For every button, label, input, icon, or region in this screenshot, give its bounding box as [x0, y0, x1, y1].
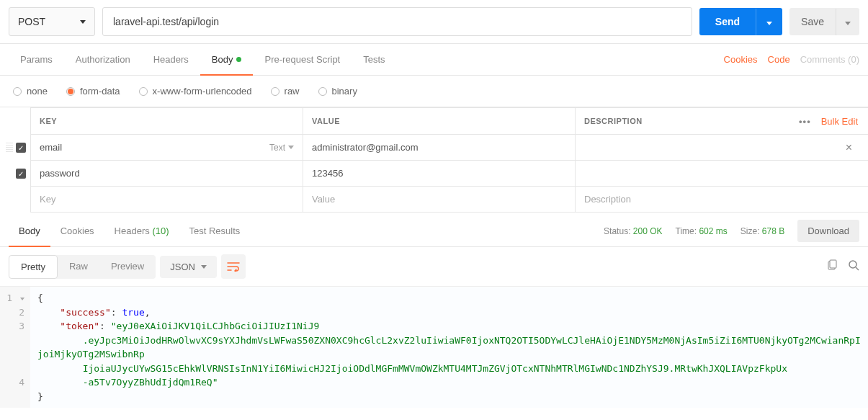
delete-row-button[interactable]: × [838, 141, 859, 154]
json-string: IjoiaUJycUYwSG15cEhkWlVRNSIsInN1YiI6Miwi… [83, 363, 787, 374]
body-type-selector: none form-data x-www-form-urlencoded raw… [0, 76, 868, 107]
fold-icon[interactable] [20, 298, 24, 300]
search-button[interactable] [848, 259, 859, 274]
kv-header-key: KEY [30, 107, 303, 135]
view-preview[interactable]: Preview [99, 255, 156, 279]
resp-tab-body[interactable]: Body [9, 216, 50, 247]
request-right-links: Cookies Code Comments (0) [724, 54, 859, 65]
copy-button[interactable] [826, 259, 838, 274]
copy-icon [826, 259, 838, 271]
view-raw[interactable]: Raw [58, 255, 99, 279]
radio-raw[interactable]: raw [271, 86, 300, 97]
resp-tab-headers[interactable]: Headers (10) [104, 215, 179, 246]
tab-params[interactable]: Params [9, 44, 64, 75]
svg-rect-1 [830, 260, 836, 268]
drag-handle-icon[interactable] [6, 143, 13, 153]
response-meta: Status: 200 OK Time: 602 ms Size: 678 B … [604, 220, 859, 242]
code-content[interactable]: { "success": true, "token": "eyJ0eXAiOiJ… [30, 287, 868, 408]
status-value: 200 OK [633, 226, 663, 236]
radio-binary[interactable]: binary [318, 86, 357, 97]
json-bool: true [122, 307, 144, 318]
view-pretty[interactable]: Pretty [9, 255, 58, 279]
chevron-down-icon [845, 22, 851, 25]
format-select[interactable]: JSON [160, 256, 217, 278]
radio-icon [318, 87, 327, 96]
resp-tab-headers-label: Headers [115, 225, 150, 236]
url-input[interactable] [102, 7, 692, 36]
radio-icon [271, 87, 279, 96]
resp-tab-test-results[interactable]: Test Results [179, 215, 251, 246]
resp-tab-cookies[interactable]: Cookies [50, 215, 104, 246]
size-value: 678 B [762, 226, 784, 236]
radio-icon [139, 87, 148, 96]
send-button-group: Send [699, 8, 782, 35]
tab-body-label: Body [212, 54, 233, 65]
response-tabs: Body Cookies Headers (10) Test Results S… [0, 215, 868, 247]
cookies-link[interactable]: Cookies [724, 54, 758, 65]
download-button[interactable]: Download [797, 220, 859, 242]
radio-icon [13, 87, 22, 96]
response-view-toolbar: Pretty Raw Preview JSON [0, 247, 868, 286]
kv-header-row: KEY VALUE DESCRIPTION ••• Bulk Edit [0, 107, 868, 135]
send-button[interactable]: Send [699, 8, 756, 35]
chevron-down-icon [80, 20, 86, 24]
table-row: ✓ password 123456 [0, 161, 868, 187]
chevron-down-icon [288, 146, 294, 149]
value-cell[interactable]: administrator@gmail.com [303, 135, 575, 161]
comments-link[interactable]: Comments (0) [800, 54, 859, 65]
key-text: email [40, 142, 62, 153]
size-label: Size: [741, 226, 760, 236]
json-string: -a5Tv7OyyZBhUdIjdQm1ReQ" [83, 377, 218, 388]
desc-cell[interactable]: × [575, 135, 868, 161]
type-label: Text [269, 143, 285, 153]
desc-cell[interactable]: Description [575, 187, 868, 213]
search-icon [848, 259, 859, 271]
radio-label: form-data [80, 86, 120, 97]
response-body: 1 2 3 4 { "success": true, "token": "eyJ… [0, 286, 868, 408]
value-cell[interactable]: Value [303, 187, 575, 213]
tab-tests[interactable]: Tests [352, 44, 396, 75]
value-cell[interactable]: 123456 [303, 161, 575, 187]
format-label: JSON [170, 262, 195, 272]
radio-form-data[interactable]: form-data [66, 86, 120, 97]
form-data-table: KEY VALUE DESCRIPTION ••• Bulk Edit ✓ em… [0, 107, 868, 213]
radio-label: binary [332, 86, 357, 97]
time-block: Time: 602 ms [676, 226, 728, 236]
radio-xwww[interactable]: x-www-form-urlencoded [139, 86, 252, 97]
key-cell[interactable]: email Text [30, 135, 303, 161]
code-link[interactable]: Code [768, 54, 790, 65]
save-button[interactable]: Save [789, 8, 836, 35]
bulk-edit-link[interactable]: Bulk Edit [821, 116, 858, 127]
tab-prerequest[interactable]: Pre-request Script [253, 44, 352, 75]
desc-cell[interactable] [575, 161, 868, 187]
svg-point-2 [849, 261, 856, 268]
radio-label: x-www-form-urlencoded [153, 86, 252, 97]
time-label: Time: [676, 226, 697, 236]
table-row-new: Key Value Description [0, 187, 868, 213]
tab-authorization[interactable]: Authorization [64, 44, 142, 75]
request-tabs: Params Authorization Headers Body Pre-re… [0, 44, 868, 76]
radio-none[interactable]: none [13, 86, 48, 97]
size-block: Size: 678 B [741, 226, 784, 236]
http-method-select[interactable]: POST [9, 7, 95, 36]
status-label: Status: [604, 226, 630, 236]
tab-body[interactable]: Body [200, 45, 254, 76]
row-checkbox[interactable]: ✓ [16, 143, 26, 153]
type-select[interactable]: Text [269, 143, 294, 153]
send-options-button[interactable] [756, 9, 782, 35]
key-cell[interactable]: Key [30, 187, 303, 213]
save-options-button[interactable] [836, 9, 859, 35]
kv-options-button[interactable]: ••• [799, 116, 811, 127]
json-string: .eyJpc3MiOiJodHRwOlwvXC9sYXJhdmVsLWFwaS5… [37, 335, 861, 360]
row-checkbox[interactable]: ✓ [16, 169, 26, 179]
request-bar: POST Send Save [0, 0, 868, 44]
chevron-down-icon [766, 22, 772, 25]
tab-headers[interactable]: Headers [142, 44, 200, 75]
json-string: "eyJ0eXAiOiJKV1QiLCJhbGciOiJIUzI1NiJ9 [111, 321, 320, 331]
radio-label: none [27, 86, 48, 97]
key-cell[interactable]: password [30, 161, 303, 187]
status-block: Status: 200 OK [604, 226, 662, 236]
wrap-icon [227, 262, 240, 272]
wrap-lines-button[interactable] [221, 254, 246, 279]
radio-label: raw [285, 86, 300, 97]
